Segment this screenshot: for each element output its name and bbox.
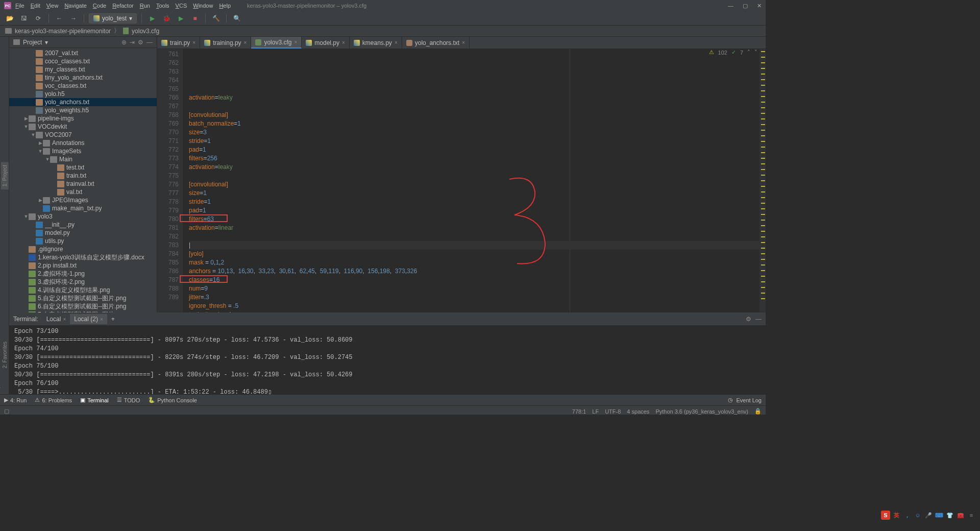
line-ending[interactable]: LF — [592, 408, 599, 415]
cursor-position[interactable]: 778:1 — [572, 408, 586, 415]
tree-item[interactable]: ▼VOC2007 — [9, 131, 157, 139]
search-icon[interactable]: 🔍 — [231, 13, 242, 24]
show-tool-windows-icon[interactable]: ▢ — [4, 408, 9, 415]
menu-help[interactable]: Help — [219, 3, 231, 9]
stop-icon[interactable]: ■ — [189, 13, 201, 24]
editor-tab[interactable]: training.py× — [200, 37, 251, 49]
terminal-tab[interactable]: Local× — [42, 314, 70, 324]
close-icon[interactable]: × — [63, 317, 66, 322]
editor-tab[interactable]: model.py× — [302, 37, 350, 49]
tree-item[interactable]: model.py — [9, 229, 157, 237]
breadcrumb-project[interactable]: keras-yolo3-master-pipelinemonitor — [15, 28, 111, 35]
close-icon[interactable]: × — [244, 40, 247, 45]
tree-item[interactable]: 2.pip install.txt — [9, 261, 157, 270]
interpreter[interactable]: Python 3.6 (py36_keras_yolov3_env) — [655, 408, 748, 415]
refresh-icon[interactable]: ⟳ — [33, 13, 44, 24]
tree-item[interactable]: ▶JPEGImages — [9, 196, 157, 204]
tool-python-console[interactable]: 🐍Python Console — [148, 397, 197, 403]
add-terminal-button[interactable]: + — [111, 316, 115, 323]
tree-item[interactable]: ▶Annotations — [9, 139, 157, 147]
tool-todo[interactable]: ☰TODO — [117, 397, 140, 403]
tree-item[interactable]: 3.虚拟环境-2.png — [9, 278, 157, 286]
editor-tab[interactable]: kmeans.py× — [350, 37, 402, 49]
tree-item[interactable]: test.txt — [9, 163, 157, 172]
encoding[interactable]: UTF-8 — [605, 408, 621, 415]
hide-icon[interactable]: — — [146, 39, 153, 46]
menu-run[interactable]: Run — [140, 3, 150, 9]
breadcrumb-file[interactable]: yolov3.cfg — [132, 28, 159, 35]
tree-item[interactable]: ▼yolo3 — [9, 212, 157, 221]
chevron-down-icon[interactable]: ▾ — [45, 39, 48, 46]
close-icon[interactable]: × — [192, 40, 195, 45]
tool-run[interactable]: ▶4: Run — [4, 397, 27, 403]
close-icon[interactable]: × — [342, 40, 345, 45]
menu-tools[interactable]: Tools — [156, 3, 169, 9]
collapse-icon[interactable]: ⇥ — [130, 39, 135, 46]
menu-file[interactable]: File — [15, 3, 24, 9]
locate-icon[interactable]: ⊕ — [121, 39, 127, 46]
menu-window[interactable]: Window — [193, 3, 213, 9]
editor-tab[interactable]: train.py× — [157, 37, 200, 49]
tree-item[interactable]: __init__.py — [9, 221, 157, 229]
close-icon[interactable]: × — [395, 40, 398, 45]
tree-item[interactable]: tiny_yolo_anchors.txt — [9, 74, 157, 82]
tool-event-log[interactable]: Event Log — [736, 397, 762, 403]
project-tree[interactable]: 2007_val.txtcoco_classes.txtmy_classes.t… — [9, 48, 157, 312]
menu-refactor[interactable]: Refactor — [112, 3, 134, 9]
open-icon[interactable]: 📂 — [4, 13, 15, 24]
tree-item[interactable]: my_classes.txt — [9, 65, 157, 74]
lock-icon[interactable]: 🔒 — [754, 408, 762, 415]
menu-vcs[interactable]: VCS — [176, 3, 187, 9]
tree-item[interactable]: make_main_txt.py — [9, 204, 157, 212]
maximize-icon[interactable]: ▢ — [743, 3, 748, 9]
gear-icon[interactable]: ⚙ — [138, 39, 143, 46]
menu-code[interactable]: Code — [93, 3, 106, 9]
code-content[interactable]: activation=leaky [convolutional]batch_no… — [183, 49, 760, 312]
close-icon[interactable]: × — [100, 317, 103, 322]
terminal-output[interactable]: Epoch 73/100 30/30 [====================… — [9, 325, 766, 394]
tree-item[interactable]: yolo_weights.h5 — [9, 106, 157, 114]
run-icon[interactable]: ▶ — [146, 13, 158, 24]
tab-project[interactable]: 1: Project — [1, 162, 9, 189]
coverage-icon[interactable]: ▶ — [175, 13, 186, 24]
indent[interactable]: 4 spaces — [627, 408, 649, 415]
tree-item[interactable]: coco_classes.txt — [9, 57, 157, 65]
close-icon[interactable]: × — [294, 39, 297, 45]
tree-item[interactable]: utils.py — [9, 237, 157, 245]
tree-item[interactable]: yolo.h5 — [9, 90, 157, 98]
tree-item[interactable]: ▼VOCdevkit — [9, 123, 157, 131]
terminal-tab[interactable]: Local (2)× — [70, 314, 107, 324]
tree-item[interactable]: ▼Main — [9, 155, 157, 163]
editor-body[interactable]: 7617627637647657667677687697707717727737… — [157, 49, 766, 312]
forward-icon[interactable]: → — [68, 13, 79, 24]
gear-icon[interactable]: ⚙ — [746, 316, 751, 323]
tree-item[interactable]: 2.虚拟环境-1.png — [9, 270, 157, 278]
tree-item[interactable]: 6.自定义模型测试截图--图片.png — [9, 302, 157, 310]
editor-tab[interactable]: yolov3.cfg× — [251, 37, 302, 49]
debug-icon[interactable]: 🐞 — [161, 13, 172, 24]
tool-problems[interactable]: ⚠6: Problems — [35, 397, 72, 403]
menu-navigate[interactable]: Navigate — [64, 3, 86, 9]
tree-item[interactable]: trainval.txt — [9, 180, 157, 188]
tree-item[interactable]: voc_classes.txt — [9, 82, 157, 90]
close-icon[interactable]: ✕ — [757, 3, 762, 9]
tree-item[interactable]: 5.自定义模型测试截图--图片.png — [9, 294, 157, 302]
minimize-icon[interactable]: — — [728, 3, 733, 9]
build-icon[interactable]: 🔨 — [210, 13, 222, 24]
tree-item[interactable]: 4.训练自定义模型结果.png — [9, 286, 157, 294]
tree-item[interactable]: ▶pipeline-imgs — [9, 114, 157, 123]
run-config-dropdown[interactable]: yolo_test ▾ — [89, 13, 137, 23]
tree-item[interactable]: 1.keras-yolo3训练自定义模型步骤.docx — [9, 253, 157, 261]
menu-view[interactable]: View — [46, 3, 59, 9]
close-icon[interactable]: × — [462, 40, 465, 45]
tool-terminal[interactable]: ▣Terminal — [80, 397, 109, 403]
tab-favorites[interactable]: 2: Favorites — [1, 339, 9, 371]
menu-edit[interactable]: Edit — [31, 3, 40, 9]
tree-item[interactable]: train.txt — [9, 172, 157, 180]
back-icon[interactable]: ← — [54, 13, 65, 24]
tree-item[interactable]: yolo_anchors.txt — [9, 98, 157, 106]
hide-icon[interactable]: — — [755, 316, 762, 323]
editor-tab[interactable]: yolo_anchors.txt× — [402, 37, 470, 49]
tree-item[interactable]: ▼ImageSets — [9, 147, 157, 155]
tree-item[interactable]: .gitignore — [9, 245, 157, 253]
